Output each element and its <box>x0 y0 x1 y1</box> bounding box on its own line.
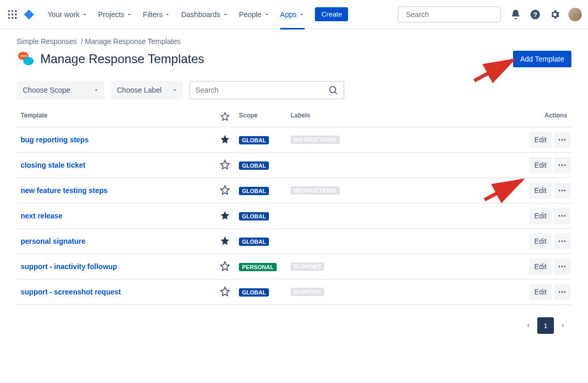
more-icon <box>557 186 567 195</box>
scope-badge: PERSONAL <box>239 263 277 271</box>
table-row: closing stale ticketGLOBALEdit <box>17 153 571 178</box>
svg-point-21 <box>562 139 563 141</box>
svg-point-26 <box>559 190 560 192</box>
search-icon <box>328 85 338 95</box>
star-outline-icon <box>220 286 230 297</box>
template-search-input[interactable] <box>195 86 328 94</box>
template-link[interactable]: personal signature <box>21 237 85 245</box>
star-icon <box>220 112 230 121</box>
chevron-down-icon <box>222 11 229 18</box>
template-link[interactable]: bug reporting steps <box>21 136 88 144</box>
user-avatar[interactable] <box>568 8 582 21</box>
edit-button[interactable]: Edit <box>529 182 552 199</box>
nav-item-label: People <box>239 10 262 19</box>
label-filter[interactable]: Choose Label <box>111 81 183 99</box>
jira-logo-icon[interactable] <box>23 8 35 21</box>
edit-button[interactable]: Edit <box>529 131 552 148</box>
svg-rect-3 <box>8 13 10 15</box>
edit-button[interactable]: Edit <box>529 157 552 173</box>
more-icon <box>557 160 567 170</box>
star-toggle[interactable] <box>210 159 239 171</box>
star-toggle[interactable] <box>210 210 239 222</box>
star-toggle[interactable] <box>210 185 239 197</box>
svg-point-30 <box>562 215 563 217</box>
more-icon <box>557 211 567 220</box>
label-badge: SUPPORT <box>291 262 324 271</box>
label-badge: INSTRUCTIONS <box>291 136 340 144</box>
nav-item-dashboards[interactable]: Dashboards <box>177 8 233 21</box>
svg-rect-2 <box>15 10 17 11</box>
header-actions: Actions <box>525 112 571 123</box>
svg-line-19 <box>335 92 337 94</box>
settings-icon[interactable] <box>549 8 561 21</box>
template-link[interactable]: next release <box>21 212 63 220</box>
svg-point-40 <box>564 291 566 293</box>
edit-button[interactable]: Edit <box>529 284 552 300</box>
notifications-icon[interactable] <box>509 8 522 21</box>
nav-item-filters[interactable]: Filters <box>139 8 175 21</box>
nav-item-projects[interactable]: Projects <box>94 8 137 21</box>
svg-rect-6 <box>8 17 10 19</box>
help-icon[interactable]: ? <box>529 8 541 21</box>
svg-point-18 <box>329 86 336 93</box>
top-navigation: Your workProjectsFiltersDashboardsPeople… <box>0 0 588 29</box>
svg-point-33 <box>562 241 563 242</box>
page-1[interactable]: 1 <box>537 317 554 334</box>
template-link[interactable]: closing stale ticket <box>21 161 85 169</box>
add-template-button[interactable]: Add Template <box>513 51 571 67</box>
star-toggle[interactable] <box>210 286 239 298</box>
global-search-input[interactable] <box>406 10 496 19</box>
nav-item-your-work[interactable]: Your work <box>43 8 92 21</box>
scope-filter[interactable]: Choose Scope <box>17 81 104 99</box>
svg-point-38 <box>559 291 560 293</box>
star-outline-icon <box>220 185 230 195</box>
template-link[interactable]: support - inactivity followup <box>21 262 117 271</box>
pagination: 1 <box>17 317 571 334</box>
more-actions-button[interactable] <box>554 284 570 300</box>
template-link[interactable]: support - screenshot request <box>21 288 121 296</box>
scope-badge: GLOBAL <box>239 187 269 195</box>
table-row: bug reporting stepsGLOBALINSTRUCTIONSEdi… <box>17 127 571 153</box>
page-prev[interactable] <box>520 317 536 334</box>
edit-button[interactable]: Edit <box>529 258 552 275</box>
more-actions-button[interactable] <box>554 233 570 249</box>
header-labels: Labels <box>291 112 525 123</box>
svg-rect-4 <box>11 13 13 15</box>
star-toggle[interactable] <box>210 134 239 146</box>
chevron-right-icon <box>559 321 567 330</box>
svg-point-36 <box>562 266 563 268</box>
more-actions-button[interactable] <box>554 182 570 199</box>
header-template: Template <box>17 112 210 123</box>
edit-button[interactable]: Edit <box>529 233 552 249</box>
svg-point-14 <box>23 57 34 65</box>
nav-item-label: Dashboards <box>181 10 220 19</box>
header-star[interactable] <box>210 112 239 123</box>
scope-filter-label: Choose Scope <box>23 86 70 94</box>
nav-item-people[interactable]: People <box>235 8 274 21</box>
svg-point-23 <box>559 165 560 166</box>
star-toggle[interactable] <box>210 261 239 273</box>
scope-badge: GLOBAL <box>239 238 269 246</box>
more-actions-button[interactable] <box>554 258 570 275</box>
main-content: Simple Responses / Manage Response Templ… <box>0 29 588 342</box>
app-switcher-icon[interactable] <box>6 8 19 21</box>
nav-item-apps[interactable]: Apps <box>276 8 309 21</box>
svg-point-16 <box>23 55 25 57</box>
page-next[interactable] <box>555 317 571 334</box>
template-link[interactable]: new feature testing steps <box>21 186 108 195</box>
more-actions-button[interactable] <box>554 208 570 224</box>
scope-badge: GLOBAL <box>239 161 269 170</box>
global-search[interactable] <box>398 6 501 23</box>
more-actions-button[interactable] <box>554 157 570 173</box>
more-actions-button[interactable] <box>554 131 570 148</box>
svg-point-32 <box>559 241 560 242</box>
breadcrumb-root[interactable]: Simple Responses <box>17 37 77 46</box>
edit-button[interactable]: Edit <box>529 208 552 224</box>
svg-point-17 <box>25 55 27 57</box>
star-toggle[interactable] <box>210 235 239 247</box>
create-button[interactable]: Create <box>315 7 348 21</box>
template-search[interactable] <box>189 81 344 99</box>
svg-text:?: ? <box>533 10 537 18</box>
svg-point-31 <box>564 215 566 217</box>
table-row: support - inactivity followupPERSONALSUP… <box>17 254 571 279</box>
